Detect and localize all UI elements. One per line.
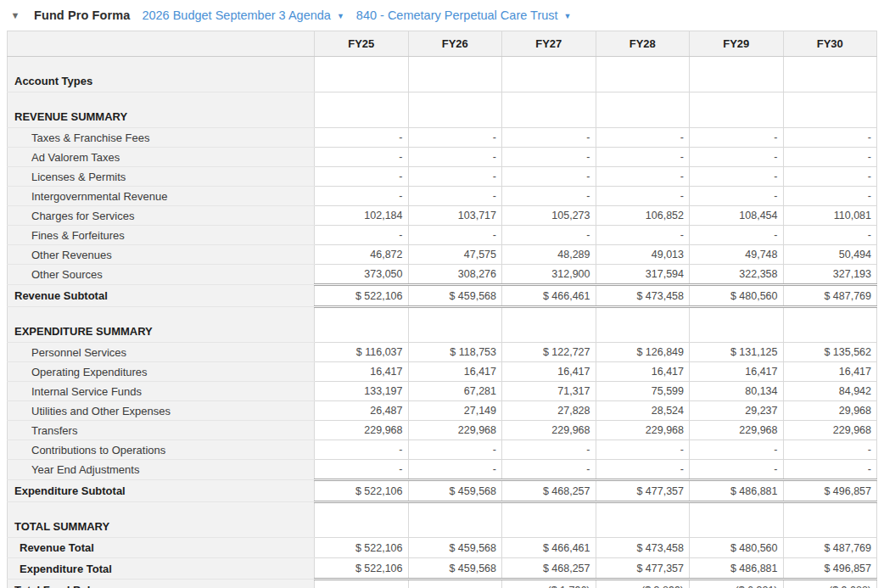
corner-header	[8, 31, 315, 57]
row-label: Fines & Forfeitures	[8, 226, 315, 245]
cell: -	[596, 187, 690, 206]
cell: 110,081	[783, 206, 877, 226]
column-header-fy25: FY25	[315, 31, 409, 57]
row-label: Ad Valorem Taxes	[8, 148, 315, 167]
cell: -	[408, 580, 502, 588]
cell: $ 466,461	[502, 538, 596, 558]
cell: $ 459,568	[408, 558, 502, 580]
cell	[502, 57, 596, 92]
cell: $ 473,458	[596, 285, 690, 307]
cell	[408, 307, 502, 343]
cell: 373,050	[315, 265, 409, 285]
cell: 71,317	[502, 382, 596, 401]
table-row: Expenditure Subtotal$ 522,106$ 459,568$ …	[8, 480, 877, 502]
cell: -	[596, 128, 690, 148]
row-label: Expenditure Total	[8, 558, 315, 580]
table-row: Operating Expenditures16,41716,41716,417…	[8, 362, 877, 382]
cell: -	[408, 187, 502, 206]
fund-dropdown-label: 840 - Cemetary Perpetual Care Trust	[356, 8, 558, 22]
cell: 327,193	[783, 265, 877, 285]
table-row: Internal Service Funds133,19767,28171,31…	[8, 382, 877, 401]
cell: 47,575	[408, 245, 502, 265]
cell	[408, 92, 502, 128]
fund-pro-forma-page: ▼ Fund Pro Forma 2026 Budget September 3…	[0, 0, 884, 588]
row-label: Total Fund Balance	[8, 580, 315, 588]
cell: 229,968	[783, 421, 877, 440]
column-header-fy29: FY29	[690, 31, 784, 57]
row-label: EXPENDITURE SUMMARY	[8, 307, 315, 343]
cell	[690, 92, 784, 128]
cell	[596, 307, 690, 343]
cell: -	[408, 226, 502, 245]
cell	[315, 57, 409, 92]
cell: $ 480,560	[690, 538, 784, 558]
cell: $ 468,257	[502, 558, 596, 580]
cell: 229,968	[315, 421, 409, 440]
table-row: Ad Valorem Taxes------	[8, 148, 877, 167]
table-row: Other Sources373,050308,276312,900317,59…	[8, 265, 877, 285]
cell	[783, 307, 877, 343]
cell	[408, 57, 502, 92]
cell: $ 477,357	[596, 558, 690, 580]
cell: $ 522,106	[315, 538, 409, 558]
cell: $ 466,461	[502, 285, 596, 307]
cell: 16,417	[502, 362, 596, 382]
table-row: Taxes & Franchise Fees------	[8, 128, 877, 148]
budget-dropdown-label: 2026 Budget September 3 Agenda	[142, 8, 331, 22]
collapse-caret-icon[interactable]: ▼	[8, 10, 22, 20]
cell: -	[315, 187, 409, 206]
row-label: Account Types	[8, 57, 315, 92]
cell: -	[690, 460, 784, 480]
cell: 16,417	[315, 362, 409, 382]
cell: $ 473,458	[596, 538, 690, 558]
row-label: Internal Service Funds	[8, 382, 315, 401]
table-row: Fines & Forfeitures------	[8, 226, 877, 245]
table-row: Licenses & Permits------	[8, 167, 877, 187]
cell	[596, 57, 690, 92]
cell: -	[502, 440, 596, 460]
cell: $ 487,769	[783, 538, 877, 558]
row-label: Licenses & Permits	[8, 167, 315, 187]
cell: 16,417	[783, 362, 877, 382]
cell: -	[502, 148, 596, 167]
table-row: Total Fund Balance--($ 1,796)($ 3,899)($…	[8, 580, 877, 588]
cell: 16,417	[690, 362, 784, 382]
row-label: TOTAL SUMMARY	[8, 502, 315, 538]
fund-dropdown[interactable]: 840 - Cemetary Perpetual Care Trust ▼	[356, 8, 572, 22]
column-header-fy30: FY30	[783, 31, 877, 57]
cell	[502, 307, 596, 343]
cell: 229,968	[408, 421, 502, 440]
cell: $ 459,568	[408, 285, 502, 307]
cell: -	[502, 226, 596, 245]
budget-dropdown[interactable]: 2026 Budget September 3 Agenda ▼	[142, 8, 344, 22]
cell	[596, 92, 690, 128]
table-row: Intergovernmental Revenue------	[8, 187, 877, 206]
cell: -	[408, 148, 502, 167]
cell: 308,276	[408, 265, 502, 285]
row-label: Year End Adjustments	[8, 460, 315, 480]
cell: -	[596, 167, 690, 187]
cell: 103,717	[408, 206, 502, 226]
row-label: Revenue Subtotal	[8, 285, 315, 307]
cell: 75,599	[596, 382, 690, 401]
column-header-fy27: FY27	[502, 31, 596, 57]
cell: $ 496,857	[783, 558, 877, 580]
cell: -	[315, 167, 409, 187]
cell: 46,872	[315, 245, 409, 265]
cell	[315, 307, 409, 343]
caret-down-icon: ▼	[564, 10, 572, 20]
row-label: Revenue Total	[8, 538, 315, 558]
cell: $ 122,727	[502, 343, 596, 362]
cell: $ 135,562	[783, 343, 877, 362]
cell: $ 116,037	[315, 343, 409, 362]
cell: $ 486,881	[690, 480, 784, 502]
cell: ($ 9,088)	[783, 580, 877, 588]
cell	[783, 92, 877, 128]
cell	[315, 92, 409, 128]
cell: 50,494	[783, 245, 877, 265]
cell: -	[783, 226, 877, 245]
cell: -	[596, 148, 690, 167]
cell: -	[502, 187, 596, 206]
cell: 133,197	[315, 382, 409, 401]
cell	[690, 502, 784, 538]
